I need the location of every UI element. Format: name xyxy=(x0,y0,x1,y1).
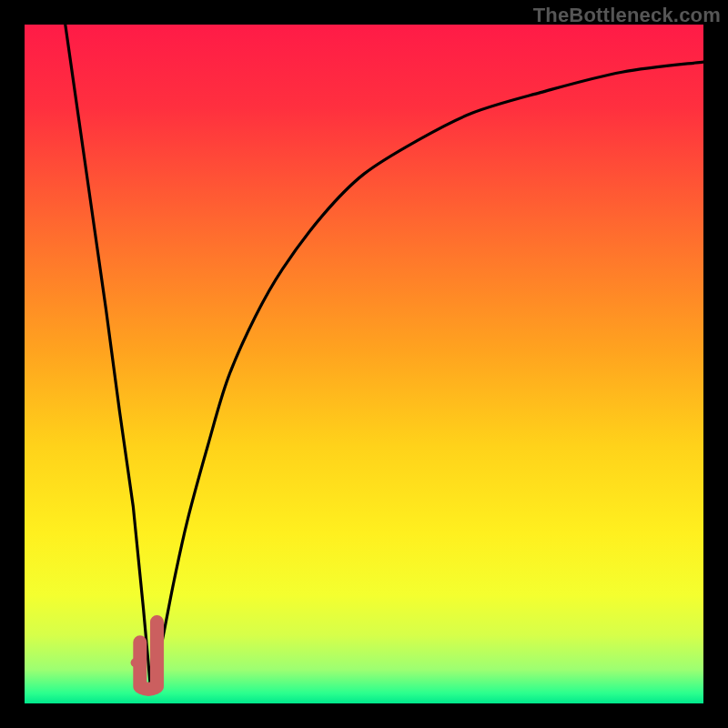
curve-layer xyxy=(25,25,703,703)
right-branch-line xyxy=(150,62,703,683)
j-marker-dot xyxy=(131,658,140,667)
left-branch-line xyxy=(66,25,150,683)
watermark-label: TheBottleneck.com xyxy=(533,4,721,27)
plot-area xyxy=(25,25,703,703)
chart-frame: TheBottleneck.com xyxy=(0,0,728,728)
